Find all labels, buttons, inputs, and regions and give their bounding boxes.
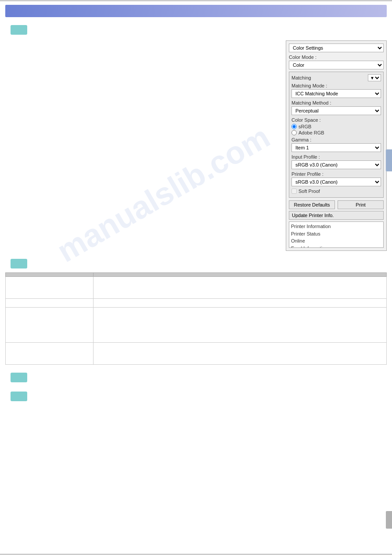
print-button[interactable]: Print <box>338 200 384 209</box>
adobe-rgb-radio[interactable] <box>291 130 297 135</box>
soft-proof-checkbox[interactable] <box>291 189 297 194</box>
table-cell-r2c2 <box>94 299 387 308</box>
srgb-radio[interactable] <box>291 124 297 129</box>
table-cell-r4c1 <box>6 343 94 365</box>
printer-profile-label: Printer Profile : <box>291 171 381 177</box>
action-buttons-row: Restore Defaults Print <box>289 200 384 209</box>
matching-label: Matching <box>291 75 368 80</box>
section4-tab <box>11 392 27 401</box>
table-row <box>6 299 387 308</box>
left-content <box>5 40 281 251</box>
printer-info-item-2: Printer Status <box>291 230 381 238</box>
printer-info-item-4: Feed Information <box>291 245 381 248</box>
color-settings-dropdown[interactable]: Color Settings <box>289 44 384 52</box>
color-mode-label: Color Mode : <box>289 54 384 60</box>
matching-mode-row: ICC Matching Mode <box>291 89 381 98</box>
section2-tab <box>11 259 27 268</box>
soft-proof-row: Soft Proof <box>291 189 381 194</box>
matching-method-row: Perceptual <box>291 106 381 115</box>
table-row <box>6 277 387 299</box>
gamma-row: Item 1 <box>291 143 381 152</box>
soft-proof-label: Soft Proof <box>298 189 320 194</box>
table-row <box>6 308 387 343</box>
page-wrapper: Color Settings Color Mode : Color Matchi… <box>0 0 392 555</box>
color-mode-row: Color <box>289 61 384 69</box>
printer-info-item-3: Online <box>291 237 381 245</box>
matching-mode-dropdown[interactable]: ICC Matching Mode <box>291 89 381 98</box>
printer-info-list: Printer Information Printer Status Onlin… <box>289 221 384 248</box>
section3-tab <box>11 373 27 382</box>
section3 <box>5 368 387 386</box>
adobe-rgb-radio-item[interactable]: Adobe RGB <box>291 130 381 135</box>
restore-defaults-button[interactable]: Restore Defaults <box>289 200 335 209</box>
matching-mode-label: Matching Mode : <box>291 83 381 88</box>
update-printer-info-button[interactable]: Update Printer Info. <box>289 211 384 220</box>
right-side-tab <box>386 149 392 171</box>
srgb-label: sRGB <box>298 124 311 129</box>
printer-profile-row: sRGB v3.0 (Canon) <box>291 178 381 186</box>
gamma-dropdown[interactable]: Item 1 <box>291 143 381 152</box>
color-settings-panel: Color Settings Color Mode : Color Matchi… <box>286 40 387 251</box>
table-cell-r3c1 <box>6 308 94 343</box>
matching-subpanel: Matching ▼ Matching Mode : ICC Matching … <box>289 72 384 198</box>
matching-method-dropdown[interactable]: Perceptual <box>291 106 381 115</box>
table-cell-r1c1 <box>6 277 94 299</box>
adobe-rgb-label: Adobe RGB <box>298 130 324 135</box>
bottom-right-tab <box>386 511 392 529</box>
section1-tab <box>11 25 27 35</box>
table-cell-r4c2 <box>94 343 387 365</box>
bottom-content <box>5 406 387 538</box>
header-bar <box>5 5 387 17</box>
input-profile-row: sRGB v3.0 (Canon) <box>291 160 381 169</box>
table-cell-r3c2 <box>94 308 387 343</box>
color-mode-dropdown[interactable]: Color <box>289 61 384 69</box>
color-space-label: Color Space : <box>291 117 381 123</box>
gamma-label: Gamma : <box>291 137 381 142</box>
section1-marker <box>5 21 392 39</box>
printer-info-item-1: Printer Information <box>291 223 381 230</box>
table-cell-r1c2 <box>94 277 387 299</box>
panel-title-row: Color Settings <box>289 44 384 52</box>
matching-dropdown[interactable]: ▼ <box>368 74 381 81</box>
section2 <box>5 254 387 365</box>
srgb-radio-item[interactable]: sRGB <box>291 124 381 129</box>
input-profile-label: Input Profile : <box>291 154 381 160</box>
table-header-col1 <box>6 273 94 277</box>
color-space-radio-group: sRGB Adobe RGB <box>291 124 381 135</box>
input-profile-dropdown[interactable]: sRGB v3.0 (Canon) <box>291 160 381 169</box>
printer-profile-dropdown[interactable]: sRGB v3.0 (Canon) <box>291 178 381 186</box>
table-header-col2 <box>94 273 387 277</box>
data-table <box>5 272 387 365</box>
table-cell-r2c1 <box>6 299 94 308</box>
matching-method-label: Matching Method : <box>291 100 381 105</box>
table-row <box>6 343 387 365</box>
section4 <box>5 387 387 405</box>
top-border <box>0 0 392 1</box>
content-area: Color Settings Color Mode : Color Matchi… <box>0 40 392 251</box>
